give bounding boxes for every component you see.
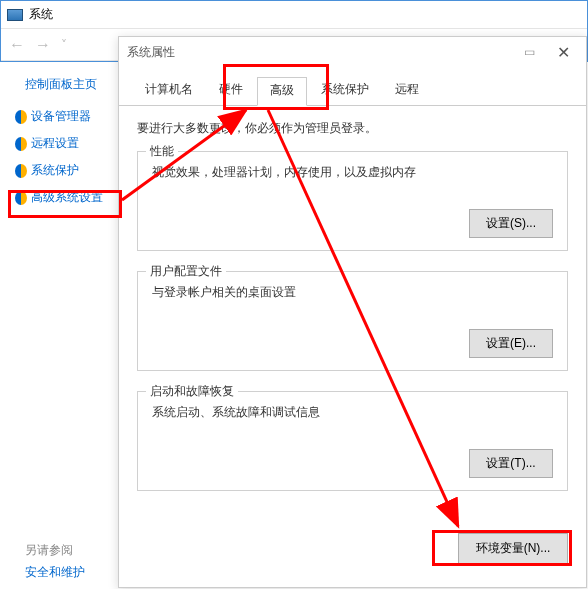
back-arrow-icon[interactable]: ← [9, 36, 25, 54]
sidebar-header[interactable]: 控制面板主页 [1, 76, 119, 103]
shield-icon [15, 191, 27, 205]
intro-text: 要进行大多数更改，你必须作为管理员登录。 [137, 120, 568, 137]
sidebar-item-label: 高级系统设置 [31, 189, 103, 206]
group-user-profile-title: 用户配置文件 [146, 263, 226, 280]
shield-icon [15, 110, 27, 124]
sidebar-item-label: 设备管理器 [31, 108, 91, 125]
sidebar-item-label: 远程设置 [31, 135, 79, 152]
group-startup-recovery: 启动和故障恢复 系统启动、系统故障和调试信息 设置(T)... [137, 391, 568, 491]
group-performance: 性能 视觉效果，处理器计划，内存使用，以及虚拟内存 设置(S)... [137, 151, 568, 251]
profile-settings-button[interactable]: 设置(E)... [469, 329, 553, 358]
system-titlebar: 系统 [1, 1, 587, 29]
environment-variables-button[interactable]: 环境变量(N)... [458, 533, 568, 564]
shield-icon [15, 164, 27, 178]
group-performance-title: 性能 [146, 143, 178, 160]
group-startup-recovery-title: 启动和故障恢复 [146, 383, 238, 400]
group-startup-recovery-desc: 系统启动、系统故障和调试信息 [152, 404, 553, 421]
see-also-security-link[interactable]: 安全和维护 [25, 564, 85, 581]
sidebar: 控制面板主页 设备管理器 远程设置 系统保护 高级系统设置 另请参阅 安全和维护 [1, 62, 119, 589]
forward-arrow-icon: → [35, 36, 51, 54]
sidebar-item-remote-settings[interactable]: 远程设置 [1, 130, 119, 157]
group-user-profile-desc: 与登录帐户相关的桌面设置 [152, 284, 553, 301]
see-also-label: 另请参阅 [25, 542, 73, 559]
env-button-row: 环境变量(N)... [119, 533, 586, 564]
dialog-title: 系统属性 [127, 44, 175, 61]
tab-advanced[interactable]: 高级 [257, 77, 307, 106]
shield-icon [15, 137, 27, 151]
sidebar-item-device-manager[interactable]: 设备管理器 [1, 103, 119, 130]
dialog-body: 要进行大多数更改，你必须作为管理员登录。 性能 视觉效果，处理器计划，内存使用，… [119, 106, 586, 525]
group-performance-desc: 视觉效果，处理器计划，内存使用，以及虚拟内存 [152, 164, 553, 181]
close-icon[interactable]: ✕ [549, 43, 578, 62]
system-properties-dialog: 系统属性 ▭ ✕ 计算机名 硬件 高级 系统保护 远程 要进行大多数更改，你必须… [118, 36, 587, 588]
tab-system-protection[interactable]: 系统保护 [309, 77, 381, 105]
tab-computer-name[interactable]: 计算机名 [133, 77, 205, 105]
sidebar-item-system-protection[interactable]: 系统保护 [1, 157, 119, 184]
performance-settings-button[interactable]: 设置(S)... [469, 209, 553, 238]
tab-bar: 计算机名 硬件 高级 系统保护 远程 [119, 67, 586, 106]
tab-remote[interactable]: 远程 [383, 77, 431, 105]
system-title: 系统 [29, 6, 53, 23]
tab-hardware[interactable]: 硬件 [207, 77, 255, 105]
group-user-profile: 用户配置文件 与登录帐户相关的桌面设置 设置(E)... [137, 271, 568, 371]
help-icon[interactable]: ▭ [524, 45, 535, 59]
computer-icon [7, 9, 23, 21]
startup-settings-button[interactable]: 设置(T)... [469, 449, 553, 478]
dialog-titlebar: 系统属性 ▭ ✕ [119, 37, 586, 67]
sidebar-item-label: 系统保护 [31, 162, 79, 179]
recent-dropdown-icon[interactable]: ˅ [61, 38, 67, 52]
sidebar-item-advanced-system-settings[interactable]: 高级系统设置 [1, 184, 119, 211]
